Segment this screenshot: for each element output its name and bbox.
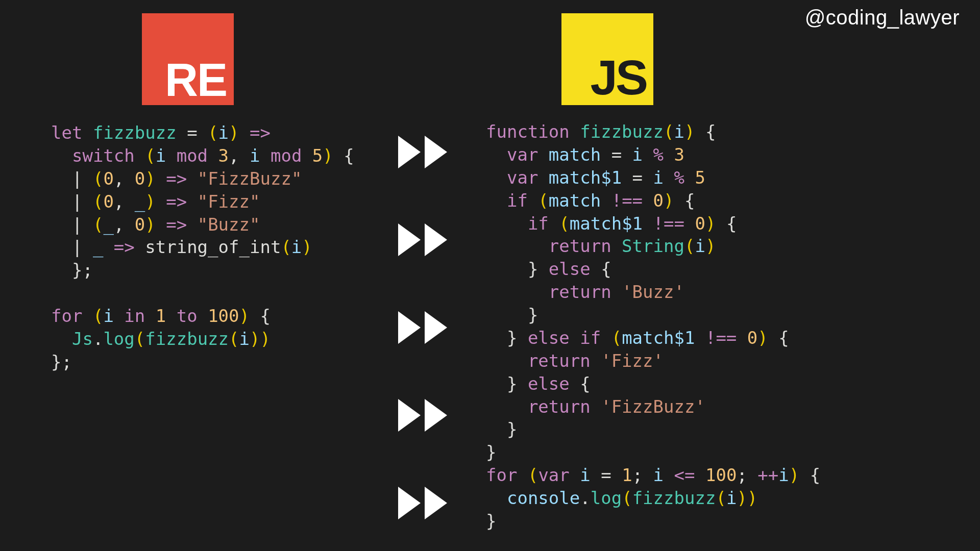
play-icon [425, 487, 447, 519]
code-token: 0 [103, 191, 113, 212]
code-token: let [51, 122, 82, 143]
reason-logo: RE [142, 13, 234, 105]
arrow-pair [398, 399, 447, 432]
arrow-pair [398, 311, 447, 344]
code-token: } [486, 511, 496, 531]
code-token: ( [281, 237, 291, 257]
code-token: = [601, 465, 622, 485]
code-token: ) [145, 191, 155, 212]
code-token: => [114, 237, 145, 257]
code-token: ( [93, 214, 103, 235]
code-token: % [674, 167, 684, 188]
code-token: log [103, 329, 134, 349]
code-token: else if [528, 328, 611, 348]
code-token: } [486, 305, 538, 325]
code-token: _ [135, 191, 145, 212]
code-token: i [695, 236, 705, 256]
code-token: switch [51, 145, 145, 166]
code-token: fizzbuzz [82, 122, 187, 143]
code-token: ) [737, 488, 747, 508]
code-token: i [103, 306, 124, 326]
code-token: { [250, 306, 271, 326]
js-logo: JS [561, 13, 653, 105]
code-token: 3 [664, 144, 684, 165]
code-token: => [239, 122, 271, 143]
code-token: | [51, 214, 93, 235]
code-token: }; [51, 260, 93, 280]
reason-logo-text: RE [165, 57, 227, 103]
code-token: match [549, 190, 611, 211]
code-token: 0 [135, 168, 145, 189]
code-token: 'FizzBuzz' [601, 396, 705, 417]
code-token: i [632, 144, 653, 165]
code-token: !== [705, 328, 737, 348]
code-token: 100 [695, 465, 737, 485]
code-token: ) [323, 145, 333, 166]
play-icon [425, 223, 447, 256]
code-token: => [156, 191, 198, 212]
code-token: "Buzz" [198, 214, 260, 235]
code-token: ++ [757, 465, 778, 485]
code-token: 1 [145, 306, 176, 326]
code-token: = [611, 144, 632, 165]
code-token: i [156, 145, 177, 166]
reason-code-block: let fizzbuzz = (i) => switch (i mod 3, i… [51, 121, 354, 373]
code-token: mod [271, 145, 302, 166]
code-token: string_of_int [145, 237, 281, 257]
play-icon [398, 136, 421, 168]
code-token: 5 [684, 167, 705, 188]
play-icon [398, 311, 421, 344]
code-token [51, 329, 72, 349]
code-token: fizzbuzz [570, 121, 664, 142]
code-token: i [570, 465, 601, 485]
code-token: match$1 [570, 213, 653, 234]
code-token: = [187, 122, 208, 143]
code-token: 1 [622, 465, 632, 485]
code-token: ) [145, 168, 155, 189]
code-token: { [333, 145, 354, 166]
code-token: | [51, 168, 93, 189]
code-token: , [114, 214, 135, 235]
code-token: ( [622, 488, 632, 508]
code-token: fizzbuzz [632, 488, 716, 508]
code-token: match$1 [622, 328, 705, 348]
code-token: ) [229, 122, 239, 143]
code-token: => [156, 214, 198, 235]
code-token: "Fizz" [198, 191, 260, 212]
arrow-pair [398, 136, 447, 168]
code-token: 5 [302, 145, 323, 166]
play-icon [425, 136, 447, 168]
code-token: <= [674, 465, 695, 485]
code-token: ( [684, 236, 695, 256]
play-icon [398, 487, 421, 519]
play-icon [398, 399, 421, 432]
code-token: ( [145, 145, 155, 166]
code-token: ) [260, 329, 271, 349]
code-token: "FizzBuzz" [198, 168, 302, 189]
code-token: ( [538, 190, 548, 211]
code-token: i [218, 122, 229, 143]
code-token: { [570, 373, 591, 394]
code-token: ( [664, 121, 674, 142]
code-token: } [486, 259, 549, 279]
code-token: return [486, 396, 601, 417]
code-token: , [114, 191, 135, 212]
js-code-block: function fizzbuzz(i) { var match = i % 3… [486, 120, 820, 533]
code-token: _ [103, 214, 113, 235]
code-token: } [486, 442, 496, 462]
code-token: ) [664, 190, 674, 211]
code-token: ) [145, 214, 155, 235]
code-token: } [486, 328, 528, 348]
code-token: !== [653, 213, 684, 234]
code-token: return [486, 236, 622, 256]
code-token: ( [135, 329, 145, 349]
code-token: i [778, 465, 789, 485]
code-token: if [486, 190, 538, 211]
play-icon [398, 223, 421, 256]
code-token: for [51, 306, 93, 326]
code-token: mod [177, 145, 208, 166]
code-token: 'Buzz' [622, 282, 684, 302]
code-token: ) [239, 306, 250, 326]
code-token: !== [611, 190, 643, 211]
code-token: fizzbuzz [145, 329, 229, 349]
